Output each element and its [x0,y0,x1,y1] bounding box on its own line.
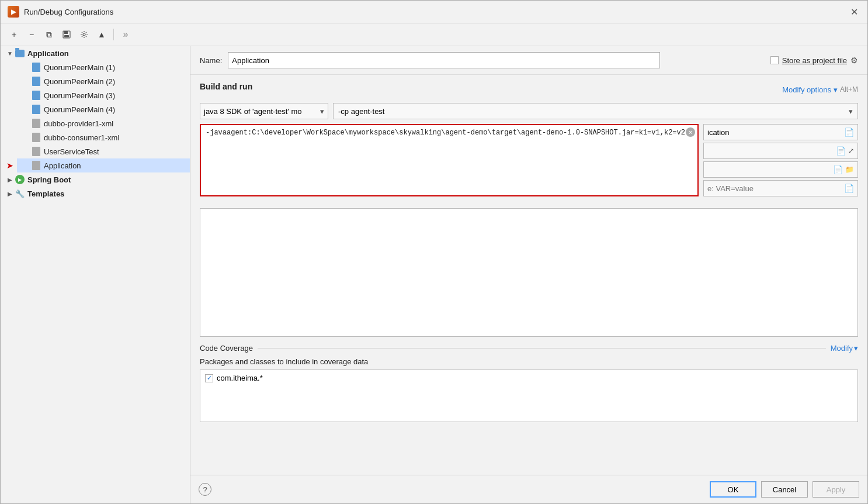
toolbar-separator [113,29,114,40]
env-var-input[interactable] [707,184,842,193]
cp-dropdown[interactable]: -cp agent-test ▾ [333,103,858,119]
dialog-title: Run/Debug Configurations [24,8,113,16]
main-class-field-row: 📄 [703,124,858,140]
modify-chevron-icon: ▾ [854,344,858,353]
spacer [200,201,858,208]
name-label: Name: [200,56,222,65]
title-bar: ▶ Run/Debug Configurations ✕ [1,1,867,23]
remove-button[interactable]: − [24,27,39,42]
tree-item-quorum4[interactable]: QuorumPeerMain (4) [17,102,190,116]
apply-button[interactable]: Apply [813,481,859,498]
code-coverage-label: Code Coverage [200,344,253,353]
tree-item-userservice[interactable]: UserServiceTest [17,144,190,158]
field-row-4: 📄 [703,180,858,196]
no-expand-2 [22,77,31,86]
tree-item-dubbo-consumer[interactable]: dubbo-consumer1-xml [17,130,190,144]
expand-application-icon[interactable]: ▼ [5,49,15,58]
sdk-value: java 8 SDK of 'agent-test' mo [204,107,302,116]
tree-application-group[interactable]: ▼ Application [1,46,190,60]
userservice-label: UserServiceTest [44,147,99,156]
field-input-3[interactable] [707,165,831,174]
coverage-item-0: ✓ com.itheima.* [205,374,853,382]
main-class-input[interactable] [707,128,842,137]
name-input[interactable] [228,52,660,68]
store-gear-button[interactable]: ⚙ [850,56,858,65]
cp-value: -cp agent-test [338,107,385,116]
quorum4-label: QuorumPeerMain (4) [44,105,115,114]
sidebar: ▼ Application QuorumPeerMain (1) QuorumP… [1,46,190,503]
quorum3-label: QuorumPeerMain (3) [44,91,115,100]
main-content: ▼ Application QuorumPeerMain (1) QuorumP… [1,46,867,503]
field-folder-icon-3[interactable]: 📁 [845,165,854,174]
tree-item-quorum2[interactable]: QuorumPeerMain (2) [17,74,190,88]
file-icon-dubbo-provider [31,118,41,129]
tree-item-quorum3[interactable]: QuorumPeerMain (3) [17,88,190,102]
save-button[interactable] [59,27,74,42]
modify-options-button[interactable]: Modify options ▾ Alt+M [782,85,858,94]
settings-button[interactable] [77,27,92,42]
sdk-cp-row: java 8 SDK of 'agent-test' mo ▾ -cp agen… [200,103,858,119]
field-input-2[interactable] [707,147,834,156]
file-icon-application [31,160,41,171]
coverage-checkbox-0[interactable]: ✓ [205,374,213,382]
quorum1-label: QuorumPeerMain (1) [44,63,115,72]
copy-button[interactable]: ⧉ [41,27,57,42]
application-label: Application [44,161,81,170]
build-run-label: Build and run [200,82,252,91]
packages-label: Packages and classes to include in cover… [200,357,858,366]
no-expand-4 [22,105,31,114]
modify-options-label: Modify options [782,85,831,94]
expand-templates-icon[interactable]: ▶ [5,189,15,198]
name-row: Name: Store as project file ⚙ [190,46,867,75]
main-class-docs-icon[interactable]: 📄 [844,127,854,137]
vm-options-textarea[interactable]: -javaagent:C:\developer\WorkSpace\mywork… [201,125,697,172]
tree-spring-boot-group[interactable]: ▶ ▶ Spring Boot [1,172,190,187]
help-button[interactable]: ? [199,483,211,496]
no-expand-1 [22,63,31,72]
field-docs-icon-2[interactable]: 📄 [836,146,846,156]
more-button[interactable]: » [118,27,133,42]
cancel-button[interactable]: Cancel [761,481,808,498]
field-expand-icon-2[interactable]: ⤢ [848,147,854,155]
svg-rect-2 [64,35,69,37]
no-expand-3 [22,91,31,100]
env-var-docs-icon[interactable]: 📄 [844,184,854,193]
svg-point-3 [83,33,85,36]
code-coverage-header: Code Coverage Modify ▾ [200,344,858,353]
panel-body: Build and run Modify options ▾ Alt+M jav… [190,75,867,475]
field-docs-icon-3[interactable]: 📄 [833,165,843,174]
tree-templates-group[interactable]: ▶ 🔧 Templates [1,187,190,201]
sdk-dropdown[interactable]: java 8 SDK of 'agent-test' mo ▾ [200,103,328,119]
templates-label: Templates [27,189,64,198]
expand-spring-boot-icon[interactable]: ▶ [5,175,15,184]
tree-item-application[interactable]: ➤ Application [17,158,190,172]
code-coverage-modify-button[interactable]: Modify ▾ [831,344,858,353]
right-panel: Name: Store as project file ⚙ Build and … [190,46,867,503]
vm-options-area: -javaagent:C:\developer\WorkSpace\mywork… [200,124,699,196]
vm-textarea-wrapper: -javaagent:C:\developer\WorkSpace\mywork… [200,124,699,196]
large-text-area[interactable] [200,208,858,337]
dubbo-consumer-label: dubbo-consumer1-xml [44,133,119,142]
store-checkbox[interactable] [770,56,779,64]
chevron-down-icon: ▾ [834,85,838,94]
title-bar-left: ▶ Run/Debug Configurations [8,6,113,18]
tree-item-quorum1[interactable]: QuorumPeerMain (1) [17,60,190,74]
toolbar: + − ⧉ ▲ » [1,23,867,46]
cp-chevron-icon: ▾ [849,107,853,116]
field-row-3: 📄 📁 [703,161,858,178]
add-button[interactable]: + [6,27,22,42]
folder-application-icon [15,48,25,58]
store-label: Store as project file [782,56,847,65]
spring-boot-run-icon: ▶ [15,174,25,185]
file-icon-quorum3 [31,90,41,101]
close-button[interactable]: ✕ [848,5,860,18]
ok-button[interactable]: OK [710,481,756,498]
svg-rect-1 [64,31,68,34]
no-expand-6 [22,133,31,142]
bottom-bar: ? OK Cancel Apply [190,475,867,503]
right-fields: 📄 📄 ⤢ 📄 📁 [703,124,858,196]
tree-item-dubbo-provider[interactable]: dubbo-provider1-xml [17,116,190,130]
up-button[interactable]: ▲ [94,27,109,42]
vm-clear-button[interactable]: ✕ [686,127,695,137]
file-icon-userservice [31,146,41,157]
